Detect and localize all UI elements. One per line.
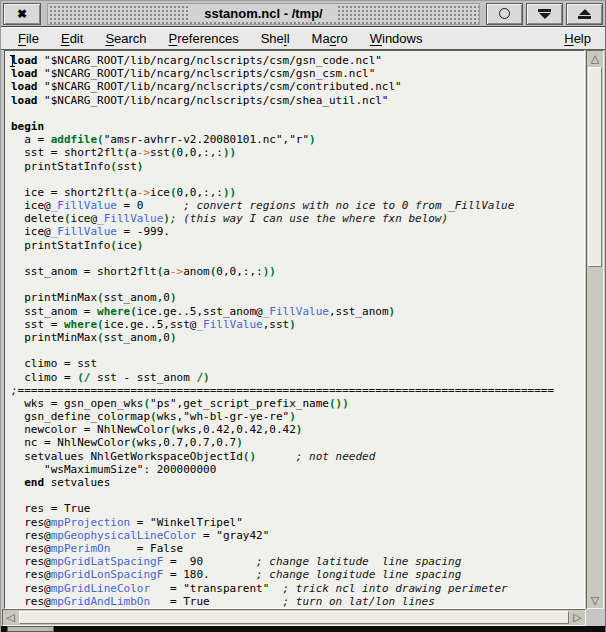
code-line xyxy=(11,252,584,265)
code-line xyxy=(11,107,584,120)
code-line: sst = short2flt(a->sst(0,0,:,:)) xyxy=(11,146,584,159)
text-cursor xyxy=(10,55,15,67)
code-line: res@mpGridAndLimbOn = True ; turn on lat… xyxy=(11,595,584,608)
horizontal-scroll-thumb[interactable] xyxy=(19,611,569,624)
code-line: nc = NhlNewColor(wks,0.7,0.7,0.7) xyxy=(11,436,584,449)
menu-items: FileEditSearchPreferencesShellMacroWindo… xyxy=(7,29,433,48)
menu-bar: FileEditSearchPreferencesShellMacroWindo… xyxy=(1,27,605,50)
menu-windows[interactable]: Windows xyxy=(359,29,434,48)
code-line: load "$NCARG_ROOT/lib/ncarg/nclscripts/c… xyxy=(11,67,584,80)
code-line xyxy=(11,489,584,502)
code-line: sst_anom = short2flt(a->anom(0,0,:,:)) xyxy=(11,265,584,278)
shade-down-icon xyxy=(538,9,551,19)
code-line: "wsMaximumSize": 200000000 xyxy=(11,463,584,476)
code-line: load "$NCARG_ROOT/lib/ncarg/nclscripts/c… xyxy=(11,80,584,93)
menu-macro[interactable]: Macro xyxy=(301,29,359,48)
code-line xyxy=(11,344,584,357)
triangle-up-icon: △ xyxy=(591,52,599,65)
code-line: res@mpPerimOn = False xyxy=(11,542,584,555)
code-line: res@mpGridLineColor = "transparent" ; tr… xyxy=(11,582,584,595)
horizontal-scroll-trough[interactable] xyxy=(18,610,570,625)
code-line: a = addfile("amsr-avhrr-v2.20080101.nc",… xyxy=(11,133,584,146)
code-line: delete(ice@_FillValue); (this way I can … xyxy=(11,212,584,225)
bottom-scroll-row: ◁ ▷ xyxy=(1,609,605,626)
code-line: printStatInfo(ice) xyxy=(11,239,584,252)
code-line xyxy=(11,173,584,186)
vertical-scroll-thumb[interactable] xyxy=(588,67,602,267)
code-line: sst = where(ice.ge..5,sst@_FillValue,sst… xyxy=(11,318,584,331)
menu-search[interactable]: Search xyxy=(94,29,157,48)
menu-preferences[interactable]: Preferences xyxy=(158,29,250,48)
code-line: printMinMax(sst_anom,0) xyxy=(11,331,584,344)
scroll-left-button[interactable]: ◁ xyxy=(3,610,18,625)
code-line: ice@_FillValue = -999. xyxy=(11,225,584,238)
title-area: sstanom.ncl - /tmp/ xyxy=(47,3,480,25)
code-line: load "$NCARG_ROOT/lib/ncarg/nclscripts/c… xyxy=(11,54,584,67)
triangle-left-icon: ◁ xyxy=(6,611,14,624)
scroll-down-button[interactable]: ▽ xyxy=(587,593,603,608)
code-line: end setvalues xyxy=(11,476,584,489)
code-line: res = True xyxy=(11,502,584,515)
scrollbar-corner xyxy=(586,609,605,626)
code-line: newcolor = NhlNewColor(wks,0.42,0.42,0.4… xyxy=(11,423,584,436)
code-line: printStatInfo(sst) xyxy=(11,160,584,173)
code-line: printMinMax(sst_anom,0) xyxy=(11,291,584,304)
triangle-down-icon: ▽ xyxy=(591,594,599,607)
code-line: res@mpGeophysicalLineColor = "gray42" xyxy=(11,529,584,542)
restore-button[interactable] xyxy=(486,3,523,25)
code-line: wks = gsn_open_wks("ps",get_script_prefi… xyxy=(11,397,584,410)
code-line: climo = (/ sst - sst_anom /) xyxy=(11,371,584,384)
code-line: begin xyxy=(11,120,584,133)
main-area: load "$NCARG_ROOT/lib/ncarg/nclscripts/c… xyxy=(1,50,605,609)
code-line: res@mpGridLatSpacingF = 90 ; change lati… xyxy=(11,555,584,568)
editor-window: ✖ sstanom.ncl - /tmp/ FileEditSearchPref… xyxy=(0,0,606,632)
vertical-scroll-trough[interactable] xyxy=(587,66,603,593)
triangle-right-icon: ▷ xyxy=(573,611,581,624)
vertical-scrollbar[interactable]: △ ▽ xyxy=(586,50,604,609)
menu-help[interactable]: Help xyxy=(560,29,595,48)
menu-shell[interactable]: Shell xyxy=(250,29,301,48)
menu-edit[interactable]: Edit xyxy=(50,29,94,48)
code-line: res@mpGridLonSpacingF = 180. ; change lo… xyxy=(11,568,584,581)
scroll-up-button[interactable]: △ xyxy=(587,51,603,66)
circle-icon xyxy=(499,8,510,19)
code-line: load "$NCARG_ROOT/lib/ncarg/nclscripts/c… xyxy=(11,94,584,107)
horizontal-scrollbar[interactable]: ◁ ▷ xyxy=(2,609,586,626)
code-line: climo = sst xyxy=(11,357,584,370)
code-line: sst_anom = where(ice.ge..5,sst_anom@_Fil… xyxy=(11,305,584,318)
maximize-button[interactable] xyxy=(566,3,603,25)
shade-button[interactable] xyxy=(526,3,563,25)
close-icon: ✖ xyxy=(17,7,27,21)
close-button[interactable]: ✖ xyxy=(3,3,41,25)
code-line: ice = short2flt(a->ice(0,0,:,:)) xyxy=(11,186,584,199)
eject-icon xyxy=(578,9,591,19)
text-editor[interactable]: load "$NCARG_ROOT/lib/ncarg/nclscripts/c… xyxy=(4,50,585,609)
code-line xyxy=(11,278,584,291)
code-line: ice@_FillValue = 0 ; convert regions wit… xyxy=(11,199,584,212)
menu-file[interactable]: File xyxy=(7,29,50,48)
code-line: setvalues NhlGetWorkspaceObjectId() ; no… xyxy=(11,450,584,463)
code-line: gsn_define_colormap(wks,"wh-bl-gr-ye-re"… xyxy=(11,410,584,423)
code-line: res@mpProjection = "WinkelTripel" xyxy=(11,516,584,529)
resize-grip[interactable] xyxy=(7,626,54,632)
title-bar[interactable]: ✖ sstanom.ncl - /tmp/ xyxy=(1,1,605,27)
code-line: ;=======================================… xyxy=(11,384,584,397)
code-lines: load "$NCARG_ROOT/lib/ncarg/nclscripts/c… xyxy=(11,54,584,608)
scroll-right-button[interactable]: ▷ xyxy=(570,610,585,625)
window-title: sstanom.ncl - /tmp/ xyxy=(190,5,336,22)
bottom-frame xyxy=(1,626,605,632)
